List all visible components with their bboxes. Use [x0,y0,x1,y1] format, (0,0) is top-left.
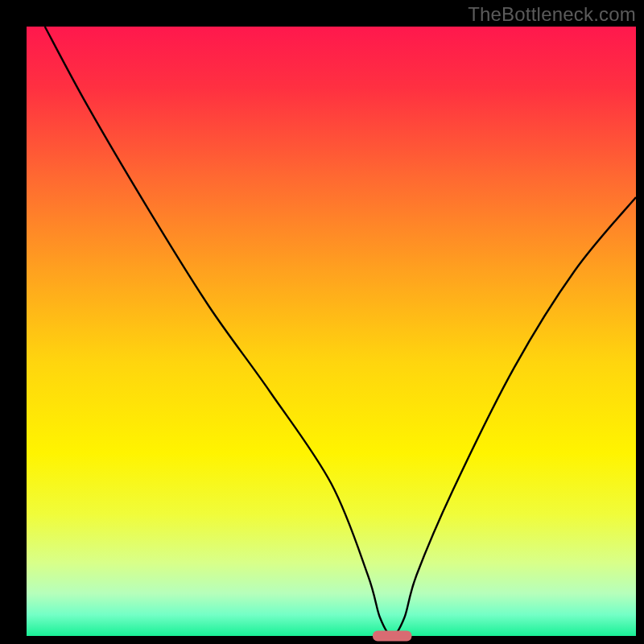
plot-background [27,27,636,636]
watermark-label: TheBottleneck.com [468,3,636,26]
bottleneck-chart [0,0,644,644]
optimal-marker [373,631,411,642]
chart-frame: TheBottleneck.com [0,0,644,644]
